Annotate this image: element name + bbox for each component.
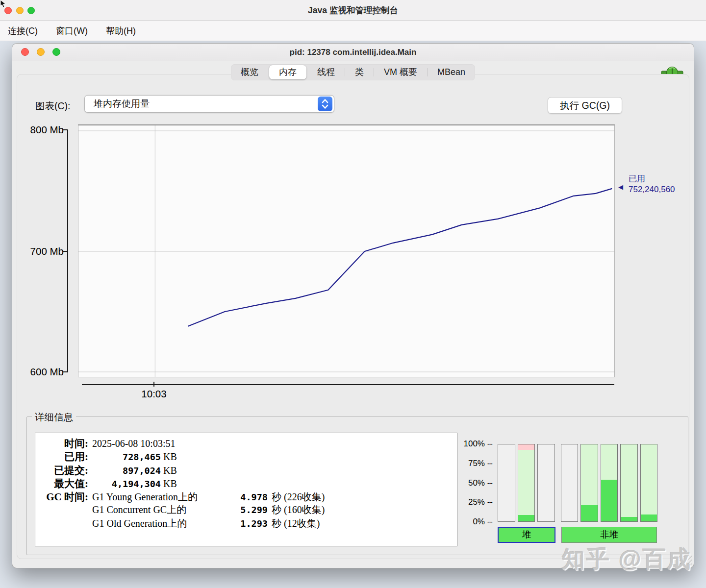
memory-pool-bar[interactable] — [601, 444, 618, 522]
pool-committed-fill — [621, 444, 637, 521]
gc-row-rest: 秒 (226收集) — [272, 490, 325, 504]
memory-pool-bar[interactable] — [537, 444, 555, 522]
pool-threshold-fill — [518, 444, 535, 450]
memory-pool-bar[interactable] — [561, 444, 579, 522]
outer-titlebar: Java 监视和管理控制台 — [0, 0, 706, 21]
menu-connection[interactable]: 连接(C) — [7, 24, 39, 38]
pool-used-fill — [601, 480, 618, 521]
y-tick-800: 800 Mb — [17, 124, 64, 136]
y-tick-600: 600 Mb — [17, 366, 64, 378]
gc-row-num: 4.978 — [233, 492, 268, 502]
tab-概览[interactable]: 概览 — [231, 64, 268, 80]
tab-MBean[interactable]: MBean — [428, 64, 475, 80]
detail-value-used: 728,465KB — [92, 451, 177, 463]
memory-pool-bar[interactable] — [518, 444, 535, 522]
details-groupbox: 详细信息 时间: 2025-06-08 10:03:51 已用: 728,465… — [26, 416, 688, 555]
tab-内存[interactable]: 内存 — [269, 65, 306, 79]
detail-num-used: 728,465 — [92, 452, 161, 462]
x-tick-label: 10:03 — [134, 388, 174, 400]
detail-unit-max: KB — [163, 478, 177, 489]
details-infobox: 时间: 2025-06-08 10:03:51 已用: 728,465KB 已提… — [35, 433, 457, 546]
pool-used-fill — [518, 515, 535, 521]
detail-label-gc-time: GC 时间: — [41, 490, 88, 504]
tab-bar: 概览内存线程类VM 概要MBean — [231, 64, 475, 80]
chart-select-value: 堆内存使用量 — [94, 96, 150, 112]
details-legend: 详细信息 — [32, 411, 76, 424]
series-marker-icon: ◀ — [618, 183, 623, 191]
jconsole-window: pid: 12378 com.intellij.idea.Main 概览内存线程… — [12, 43, 694, 568]
chart-select[interactable]: 堆内存使用量 — [84, 95, 334, 113]
nonheap-pool-group — [561, 444, 658, 522]
pool-used-fill — [581, 505, 598, 521]
series-annotation: 已用 752,240,560 — [629, 173, 675, 195]
detail-label-committed: 已提交: — [41, 464, 88, 477]
gc-row-name: G1 Old Generation上的 — [92, 517, 233, 530]
y-tick-700: 700 Mb — [17, 245, 64, 257]
pool-tick-label: 100% -- — [463, 439, 493, 449]
tab-线程[interactable]: 线程 — [307, 64, 345, 80]
y-axis-tick — [63, 251, 68, 252]
tab-VM 概要[interactable]: VM 概要 — [374, 64, 427, 80]
heap-usage-chart[interactable] — [78, 124, 615, 377]
inner-titlebar: pid: 12378 com.intellij.idea.Main — [12, 44, 694, 61]
detail-label-max: 最大值: — [41, 477, 88, 490]
window-title: pid: 12378 com.intellij.idea.Main — [12, 44, 694, 61]
y-axis-tick — [63, 371, 68, 372]
nonheap-button[interactable]: 非堆 — [561, 527, 657, 543]
pool-tick-label: 25% -- — [463, 497, 493, 507]
x-axis-tick — [153, 382, 154, 387]
memory-tab-panel: 图表(C): 堆内存使用量 执行 GC(G) 800 Mb 700 Mb 600… — [17, 74, 689, 559]
tab-separator — [268, 68, 269, 76]
gc-row-rest: 秒 (160收集) — [272, 503, 325, 516]
menu-help[interactable]: 帮助(H) — [105, 24, 137, 38]
memory-pool-bar[interactable] — [620, 444, 638, 522]
gc-row-rest: 秒 (12收集) — [272, 517, 320, 530]
gc-row-num: 1.293 — [233, 518, 268, 529]
heap-pool-group — [498, 444, 555, 522]
pool-used-fill — [621, 517, 637, 521]
tab-类[interactable]: 类 — [345, 64, 374, 80]
watermark: 知乎 @百成 — [562, 544, 692, 575]
detail-label-time: 时间: — [41, 437, 88, 450]
chevron-up-down-icon — [318, 97, 332, 111]
gc-row-num: 5.299 — [233, 505, 268, 515]
y-axis-tick — [63, 129, 68, 130]
detail-value-committed: 897,024KB — [92, 465, 177, 476]
perform-gc-button[interactable]: 执行 GC(G) — [548, 97, 622, 114]
x-axis — [82, 384, 614, 385]
memory-pool-bar[interactable] — [580, 444, 598, 522]
series-annotation-value: 752,240,560 — [629, 184, 675, 195]
gc-row-name: G1 Concurrent GC上的 — [92, 503, 233, 516]
detail-unit-committed: KB — [163, 465, 177, 476]
heap-button[interactable]: 堆 — [498, 527, 555, 543]
pool-tick-label: 50% -- — [463, 478, 493, 488]
memory-pool-bar[interactable] — [640, 444, 658, 522]
pool-committed-fill — [641, 444, 657, 521]
detail-num-max: 4,194,304 — [92, 479, 161, 489]
pool-committed-fill — [518, 450, 535, 521]
gc-row-name: G1 Young Generation上的 — [92, 490, 233, 504]
memory-pool-bar[interactable] — [498, 444, 515, 522]
detail-num-committed: 897,024 — [92, 466, 161, 476]
app-title: Java 监视和管理控制台 — [0, 0, 706, 21]
mouse-cursor-icon — [0, 0, 8, 10]
pool-tick-label: 0% -- — [463, 517, 493, 527]
detail-unit-used: KB — [163, 451, 177, 462]
chart-select-label: 图表(C): — [35, 99, 71, 113]
series-annotation-name: 已用 — [629, 173, 675, 184]
pool-tick-label: 75% -- — [463, 459, 493, 468]
memory-pool-chart: 100% --75% --50% --25% --0% -- 堆非堆 — [463, 417, 689, 556]
detail-value-time: 2025-06-08 10:03:51 — [92, 438, 175, 449]
pool-used-fill — [641, 514, 657, 521]
detail-label-used: 已用: — [41, 450, 88, 464]
detail-value-max: 4,194,304KB — [92, 478, 177, 490]
menu-window[interactable]: 窗口(W) — [55, 24, 89, 38]
menu-bar: 连接(C) 窗口(W) 帮助(H) — [0, 21, 706, 41]
